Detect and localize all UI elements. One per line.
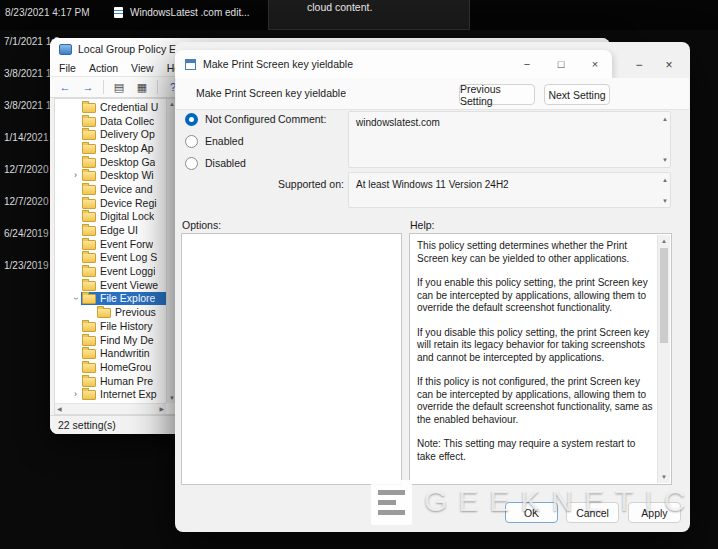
radio-option-disabled[interactable]: Disabled (185, 152, 276, 174)
policy-setting-dialog: − × Make Print Screen key yieldable − □ … (175, 42, 690, 532)
tree-item-delivery-op[interactable]: Delivery Op (55, 127, 166, 141)
folder-icon (82, 294, 96, 304)
tree-item-file-explore[interactable]: ›File Explore (55, 292, 166, 306)
radio-icon[interactable] (185, 157, 198, 170)
tree-item-label: Desktop Ga (100, 156, 155, 168)
folder-icon (82, 171, 96, 181)
radio-option-not-configured[interactable]: Not Configured (185, 108, 276, 130)
tree-item-digital-lock[interactable]: Digital Lock (55, 210, 166, 224)
folder-icon (82, 144, 96, 154)
tree-item-label: Event Forw (100, 238, 153, 250)
menu-action[interactable]: Action (89, 62, 118, 74)
tree-item-event-forw[interactable]: Event Forw (55, 237, 166, 251)
tree-item-label: Device and (100, 183, 153, 195)
export-list-icon[interactable]: ▦ (134, 82, 150, 93)
tree-item-file-history[interactable]: File History (55, 319, 166, 333)
close-icon[interactable]: × (654, 54, 684, 76)
help-paragraph: Note: This setting may require a system … (417, 438, 653, 463)
tree-item-label: HomeGrou (100, 361, 151, 373)
folder-icon (82, 130, 96, 140)
desktop-top-strip: 8/23/2021 4:17 PM WindowsLatest .com edi… (0, 0, 718, 30)
tree-item-handwritin[interactable]: Handwritin (55, 346, 166, 360)
scrollbar-thumb[interactable] (660, 248, 668, 343)
tree-item-find-my-de[interactable]: Find My De (55, 333, 166, 347)
chevron-right-icon[interactable]: › (70, 390, 81, 399)
tree-item-homegrou[interactable]: HomeGrou (55, 360, 166, 374)
folder-icon (97, 308, 111, 318)
background-tooltip: cloud content. (268, 0, 470, 30)
tree-item-label: Desktop Wi (100, 169, 154, 181)
tree-item-label: Data Collec (100, 115, 154, 127)
radio-label: Enabled (205, 135, 244, 147)
policy-state-radio-group: Not ConfiguredEnabledDisabled (185, 108, 276, 174)
help-scrollbar[interactable]: ▲ ▼ (657, 235, 670, 483)
comment-label: Comment: (278, 113, 326, 125)
tree-item-event-viewe[interactable]: Event Viewe (55, 278, 166, 292)
radio-icon[interactable] (185, 135, 198, 148)
document-icon (114, 7, 123, 18)
gpe-tree-pane: Credential UData CollecDelivery OpDeskto… (54, 98, 178, 415)
dialog-title: Make Print Screen key yieldable (203, 58, 503, 70)
menu-file[interactable]: File (59, 62, 76, 74)
tree-item-label: Device Regi (100, 197, 157, 209)
tree-item-label: Event Loggi (100, 265, 155, 277)
tree-item-desktop-wi[interactable]: ›Desktop Wi (55, 168, 166, 182)
folder-icon (82, 390, 96, 400)
gpe-tree: Credential UData CollecDelivery OpDeskto… (55, 100, 166, 401)
show-console-tree-icon[interactable]: ▤ (111, 82, 127, 93)
menu-view[interactable]: View (131, 62, 154, 74)
help-paragraph: If you enable this policy setting, the p… (417, 277, 653, 315)
tree-item-previous[interactable]: Previous (55, 305, 166, 319)
chevron-down-icon[interactable]: › (71, 293, 80, 304)
radio-icon[interactable] (185, 113, 198, 126)
chevron-right-icon[interactable]: › (70, 171, 81, 180)
minimize-icon[interactable]: − (510, 51, 544, 77)
outer-window-controls: − × (624, 54, 684, 76)
scroll-left-icon[interactable]: ◀ (57, 406, 62, 412)
tree-item-data-collec[interactable]: Data Collec (55, 114, 166, 128)
tree-item-human-pre[interactable]: Human Pre (55, 374, 166, 388)
scroll-up-icon[interactable]: ▲ (661, 238, 667, 244)
comment-input[interactable]: windowslatest.com (348, 111, 671, 168)
minimize-icon[interactable]: − (624, 54, 654, 76)
previous-setting-button[interactable]: Previous Setting (459, 84, 535, 105)
back-icon[interactable]: ← (57, 82, 73, 93)
scroll-down-icon[interactable]: ▼ (662, 157, 668, 163)
policy-name-text: Make Print Screen key yieldable (196, 87, 346, 99)
tree-item-event-loggi[interactable]: Event Loggi (55, 264, 166, 278)
tree-item-label: Previous (115, 306, 156, 318)
tree-item-label: File History (100, 320, 153, 332)
tree-item-desktop-ap[interactable]: Desktop Ap (55, 141, 166, 155)
tree-item-label: Edge UI (100, 224, 138, 236)
tree-item-event-log-s[interactable]: Event Log S (55, 251, 166, 265)
dialog-header: Make Print Screen key yieldable Previous… (176, 78, 689, 110)
maximize-icon[interactable]: □ (544, 51, 578, 77)
forward-icon[interactable]: → (80, 82, 96, 93)
scroll-up-icon[interactable]: ▲ (662, 177, 668, 183)
tree-item-device-and[interactable]: Device and (55, 182, 166, 196)
tree-item-internet-exp[interactable]: ›Internet Exp (55, 387, 166, 401)
folder-icon (82, 212, 96, 222)
dialog-titlebar[interactable]: Make Print Screen key yieldable − □ × (175, 50, 612, 78)
next-setting-button[interactable]: Next Setting (544, 84, 610, 105)
close-icon[interactable]: × (578, 51, 612, 77)
dialog-icon (185, 59, 196, 70)
folder-icon (82, 103, 96, 113)
radio-label: Not Configured (205, 113, 276, 125)
toolbar-separator (157, 80, 158, 94)
tree-item-label: Credential U (100, 101, 158, 113)
radio-option-enabled[interactable]: Enabled (185, 130, 276, 152)
tree-item-credential-u[interactable]: Credential U (55, 100, 166, 114)
tree-item-device-regi[interactable]: Device Regi (55, 196, 166, 210)
tree-item-label: Internet Exp (100, 388, 157, 400)
scroll-down-icon[interactable]: ▼ (661, 474, 667, 480)
tree-horizontal-scrollbar[interactable]: ◀ ▶ (55, 403, 166, 414)
options-label: Options: (182, 219, 221, 231)
scroll-down-icon[interactable]: ▼ (662, 198, 668, 204)
tree-item-edge-ui[interactable]: Edge UI (55, 223, 166, 237)
tree-item-label: File Explore (100, 292, 155, 304)
scroll-right-icon[interactable]: ▶ (159, 406, 164, 412)
scroll-up-icon[interactable]: ▲ (662, 116, 668, 122)
tree-item-desktop-ga[interactable]: Desktop Ga (55, 155, 166, 169)
folder-icon (82, 281, 96, 291)
